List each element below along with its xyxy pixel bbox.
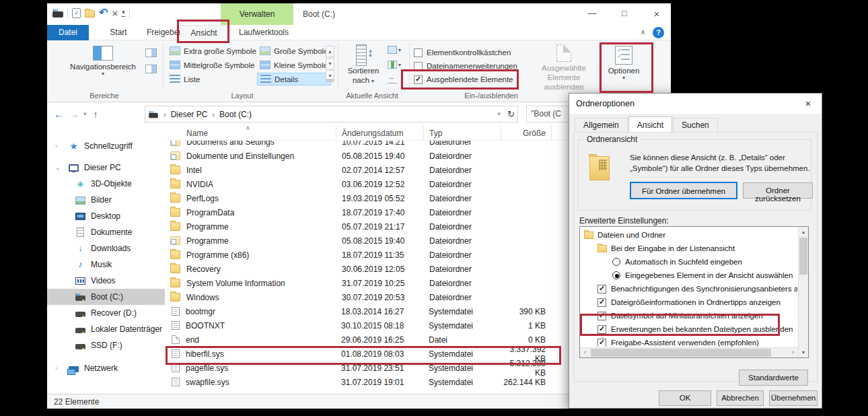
checkbox-icon[interactable] <box>414 75 423 84</box>
column-header-date[interactable]: Änderungsdatum <box>336 126 424 140</box>
back-icon[interactable]: ← <box>54 109 64 119</box>
sidebar-item[interactable]: SSD (F:) <box>47 337 165 353</box>
column-header-size[interactable]: Größe <box>501 126 552 140</box>
scroll-left-icon[interactable]: ‹ <box>580 348 590 355</box>
dialog-tab[interactable]: Ansicht <box>628 116 672 133</box>
sort-by-button[interactable]: Sortieren nach ▾ <box>342 44 385 85</box>
settings-tree-row[interactable]: Dateigrößeinformationen in Ordnertipps a… <box>580 296 797 309</box>
dialog-close-icon[interactable]: × <box>800 96 816 111</box>
tab-drive-tools[interactable]: Laufwerktools <box>233 25 295 40</box>
expand-chevron-icon[interactable]: ⌄ <box>55 164 61 171</box>
scroll-down-icon[interactable]: ▼ <box>799 347 808 357</box>
group-by-button[interactable]: ▾ <box>388 46 401 54</box>
scroll-up-icon[interactable]: ▲ <box>799 227 808 237</box>
ribbon-checkbox[interactable]: Ausgeblendete Elemente <box>414 73 517 86</box>
help-icon[interactable]: ? <box>653 27 664 38</box>
tree-control-icon[interactable] <box>584 232 593 239</box>
defaults-button[interactable]: Standardwerte <box>739 370 808 386</box>
reset-folders-button[interactable]: Ordner zurücksetzen <box>743 182 813 199</box>
maximize-button[interactable]: □ <box>614 5 635 22</box>
tree-control-icon[interactable] <box>598 325 606 334</box>
cancel-button[interactable]: Abbrechen <box>717 390 764 406</box>
minimize-button[interactable]: — <box>582 5 602 22</box>
settings-tree-row[interactable]: Erweiterungen bei bekannten Dateitypen a… <box>580 322 797 336</box>
add-columns-button[interactable]: ▾ <box>388 61 401 69</box>
layout-option[interactable]: Extra große Symbole <box>167 44 259 57</box>
sidebar-item[interactable]: › ★ Schnellzugriff <box>47 138 165 154</box>
breadcrumb-drive[interactable]: Boot (C:) <box>219 110 252 119</box>
scrollbar-thumb[interactable] <box>799 238 807 275</box>
delete-icon[interactable]: × <box>112 8 118 18</box>
apply-button[interactable]: Übernehmen <box>769 390 818 406</box>
sidebar-item[interactable]: Lokaler Datenträger <box>47 321 165 337</box>
sidebar-item[interactable]: Bilder <box>47 192 165 208</box>
tree-control-icon[interactable] <box>612 271 620 279</box>
settings-tree-row[interactable]: Bei der Eingabe in der Listenansicht <box>580 242 797 255</box>
layout-option[interactable]: Details <box>257 73 331 85</box>
breadcrumb[interactable]: › Dieser PC › Boot (C:) ▾ ↻ <box>145 106 518 123</box>
checkbox-icon[interactable] <box>414 62 423 71</box>
column-header-name[interactable]: ∧Name <box>165 126 336 140</box>
size-columns-button[interactable] <box>388 75 397 83</box>
tree-control-icon[interactable] <box>598 285 606 293</box>
tree-control-icon[interactable] <box>612 258 620 266</box>
breadcrumb-this-pc[interactable]: Dieser PC <box>171 110 208 119</box>
checkbox-icon[interactable] <box>414 48 423 57</box>
tree-control-icon[interactable] <box>598 339 606 347</box>
sidebar-item[interactable]: Boot (C:) <box>47 289 165 305</box>
layout-scroll-up[interactable]: ▲ <box>326 46 334 57</box>
ok-button[interactable]: OK <box>659 390 711 406</box>
recent-locations-icon[interactable]: ▾ <box>83 111 87 117</box>
settings-tree-row[interactable]: Automatisch in Suchfeld eingeben <box>580 255 797 269</box>
navigation-pane-button[interactable]: Navigationsbereich ▾ <box>66 46 140 77</box>
ribbon-checkbox[interactable]: Elementkontrollkästchen <box>414 46 517 59</box>
vertical-scrollbar[interactable]: ▲ ▼ <box>798 227 808 357</box>
new-folder-icon[interactable] <box>85 10 95 18</box>
collapse-ribbon-icon[interactable]: ∧ <box>641 28 645 36</box>
tree-control-icon[interactable] <box>598 312 606 320</box>
scrollbar-thumb[interactable] <box>591 349 771 357</box>
address-dropdown-icon[interactable]: ▾ <box>498 111 501 117</box>
forward-icon[interactable]: → <box>69 109 79 119</box>
sidebar-item[interactable]: ↓ Downloads <box>47 240 165 256</box>
layout-more-button[interactable]: ▼ <box>326 70 334 81</box>
properties-icon[interactable] <box>72 8 81 18</box>
horizontal-scrollbar[interactable]: ‹ › <box>580 347 798 357</box>
refresh-icon[interactable]: ↻ <box>507 110 515 118</box>
layout-scroll-down[interactable]: ▼ <box>326 58 334 69</box>
manage-contextual-header[interactable]: Verwalten <box>221 3 293 25</box>
sidebar-item[interactable]: ◈ 3D-Objekte <box>47 176 165 192</box>
tree-control-icon[interactable] <box>598 298 606 307</box>
sidebar-item[interactable]: › Netzwerk <box>47 360 165 376</box>
sidebar-item[interactable]: Recover (D:) <box>47 305 165 321</box>
scroll-right-icon[interactable]: › <box>788 348 798 355</box>
apply-to-folders-button[interactable]: Für Ordner übernehmen <box>630 182 737 199</box>
tab-start[interactable]: Start <box>100 25 137 40</box>
sidebar-item[interactable]: Desktop <box>47 208 165 224</box>
sidebar-item[interactable]: ♪ Musik <box>47 256 165 273</box>
layout-option[interactable]: Große Symbole <box>257 44 331 57</box>
details-pane-icon[interactable] <box>145 65 157 73</box>
tab-file[interactable]: Datei <box>47 25 89 40</box>
settings-tree-row[interactable]: Freigabe-Assistent verwenden (empfohlen) <box>580 336 797 347</box>
tab-view[interactable]: Ansicht <box>180 25 228 40</box>
layout-option[interactable]: Liste <box>167 73 259 85</box>
close-button[interactable]: × <box>647 5 667 22</box>
sidebar-item[interactable]: Dokumente <box>47 224 165 240</box>
preview-pane-icon[interactable] <box>145 48 157 57</box>
layout-option[interactable]: Kleine Symbole <box>257 59 331 71</box>
column-header-type[interactable]: Typ <box>424 126 501 140</box>
settings-tree-row[interactable]: Dateisymbol auf Miniaturansichten anzeig… <box>580 309 797 322</box>
sidebar-item[interactable]: ⌄ Dieser PC <box>47 160 165 176</box>
settings-tree-row[interactable]: Dateien und Ordner <box>580 228 797 242</box>
up-icon[interactable]: ↑ <box>94 110 98 119</box>
tree-control-icon[interactable] <box>598 245 607 252</box>
expand-chevron-icon[interactable]: › <box>55 365 57 372</box>
options-button[interactable]: Optionen ▾ <box>603 46 645 81</box>
settings-tree-row[interactable]: Eingegebenes Element in der Ansicht ausw… <box>580 269 797 282</box>
customize-toolbar-icon[interactable]: ▾ <box>122 9 125 17</box>
expand-chevron-icon[interactable]: › <box>55 143 57 149</box>
ribbon-checkbox[interactable]: Dateinamenerweiterungen <box>414 59 517 73</box>
sidebar-item[interactable]: Videos <box>47 273 165 289</box>
settings-tree-row[interactable]: Benachrichtigungen des Synchronisierungs… <box>580 282 797 296</box>
